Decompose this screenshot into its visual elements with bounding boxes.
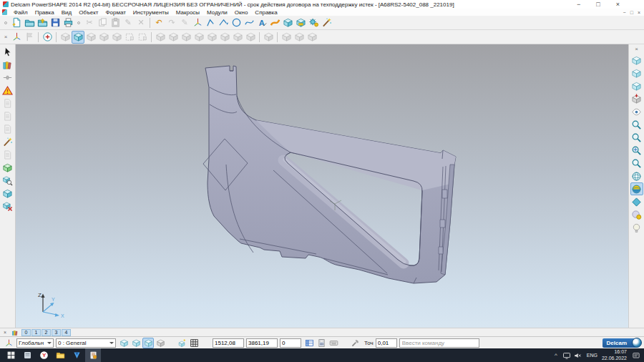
surface[interactable] xyxy=(268,16,281,29)
language-indicator[interactable]: ENG xyxy=(587,353,597,358)
snap-grid[interactable] xyxy=(188,338,200,348)
level-button[interactable]: 2 xyxy=(42,329,51,336)
solid-hollow[interactable] xyxy=(218,31,231,44)
select-tool[interactable] xyxy=(1,45,14,58)
solid-sew[interactable] xyxy=(306,31,318,44)
iso-view-1[interactable] xyxy=(630,54,643,67)
child-close-button[interactable]: × xyxy=(638,10,640,15)
solid-chamfer[interactable] xyxy=(205,31,218,44)
solid-union[interactable] xyxy=(154,31,167,44)
tray-expand-button[interactable]: ^ xyxy=(555,352,557,358)
menu-item[interactable]: Окно xyxy=(231,9,252,16)
solid-boss[interactable] xyxy=(231,31,244,44)
paste[interactable] xyxy=(109,16,122,29)
level-button[interactable]: 0 xyxy=(21,329,31,336)
add-primitive[interactable] xyxy=(41,31,54,44)
surface-revolve[interactable] xyxy=(97,31,110,44)
viewport-canvas[interactable]: Z Y X xyxy=(16,44,628,328)
level-button[interactable]: 4 xyxy=(62,329,71,336)
zoom-box[interactable] xyxy=(630,157,643,170)
model-fixing[interactable] xyxy=(1,84,14,97)
level-button[interactable]: 3 xyxy=(52,329,61,336)
surface-from-curves[interactable] xyxy=(72,31,84,44)
close-levels-button[interactable]: × xyxy=(2,330,8,335)
levels[interactable] xyxy=(10,328,19,336)
workplane-new[interactable] xyxy=(130,338,142,348)
transparent-view[interactable] xyxy=(630,221,643,234)
annotation[interactable] xyxy=(255,16,268,29)
volume-muted-icon[interactable] xyxy=(572,351,582,361)
maximize-button[interactable]: □ xyxy=(596,1,600,8)
zoom-full[interactable] xyxy=(630,144,643,157)
command-input[interactable] xyxy=(399,338,479,348)
menu-item[interactable]: Файл xyxy=(10,9,31,16)
minimize-button[interactable]: − xyxy=(577,1,580,8)
network-icon[interactable] xyxy=(562,351,572,361)
start-button[interactable] xyxy=(3,348,19,362)
menu-item[interactable]: Макросы xyxy=(172,9,203,16)
iso-view-2[interactable] xyxy=(630,67,643,79)
tool-options[interactable] xyxy=(349,338,361,348)
assembly[interactable] xyxy=(307,16,320,29)
flag[interactable] xyxy=(23,31,36,44)
close-button[interactable]: × xyxy=(616,1,620,8)
view-from-top[interactable] xyxy=(630,92,643,105)
child-restore-button[interactable]: □ xyxy=(630,10,633,15)
taskbar-app-1[interactable] xyxy=(19,348,35,362)
menu-item[interactable]: Формат xyxy=(102,9,129,16)
blend-slider[interactable] xyxy=(1,71,14,84)
menu-item[interactable]: Вид xyxy=(58,9,75,16)
surface-extrude[interactable] xyxy=(84,31,97,44)
rebuild-object[interactable] xyxy=(1,161,14,174)
line[interactable] xyxy=(204,16,217,29)
taskbar-powershape[interactable] xyxy=(85,348,101,362)
solid-trim[interactable] xyxy=(293,31,306,44)
solid-intersect[interactable] xyxy=(180,31,192,44)
surface-fill-loop[interactable] xyxy=(123,31,136,44)
workplane-axes[interactable] xyxy=(3,338,14,348)
menu-item[interactable]: Правка xyxy=(31,9,58,16)
solid[interactable] xyxy=(281,16,294,29)
coordinate-y-field[interactable] xyxy=(246,338,278,348)
copy[interactable] xyxy=(96,16,109,29)
cut[interactable]: ✂ xyxy=(83,16,96,29)
workplane-edit[interactable] xyxy=(10,31,23,44)
undo[interactable]: ↶ xyxy=(152,16,165,29)
position-panel[interactable] xyxy=(303,338,315,348)
workplane-active[interactable] xyxy=(142,338,154,348)
open-model[interactable] xyxy=(23,16,36,29)
menu-item[interactable]: Инструменты xyxy=(130,9,172,16)
zoom-previous[interactable] xyxy=(630,131,643,144)
taskbar-clock[interactable]: 16:07 22.06.2022 xyxy=(602,349,627,361)
sculpt-tool[interactable] xyxy=(1,135,14,148)
taskbar-file-explorer[interactable] xyxy=(52,348,68,362)
inspect-object[interactable] xyxy=(1,174,14,187)
wireframe-view[interactable] xyxy=(630,170,643,182)
menu-item[interactable]: Модули xyxy=(203,9,231,16)
close-toolbar[interactable]: × xyxy=(1,33,10,41)
zoom-in-out[interactable] xyxy=(630,118,643,131)
redo[interactable]: ↷ xyxy=(165,16,178,29)
print[interactable] xyxy=(62,16,74,29)
taskbar-app-2[interactable] xyxy=(69,348,84,362)
child-minimize-button[interactable]: − xyxy=(623,10,626,15)
solid-array[interactable] xyxy=(262,31,275,44)
circle[interactable] xyxy=(230,16,243,29)
curve[interactable] xyxy=(243,16,255,29)
surface-fill-network[interactable] xyxy=(136,31,149,44)
feature[interactable] xyxy=(294,16,307,29)
model-doctor[interactable] xyxy=(1,200,14,212)
levels-manager[interactable] xyxy=(1,58,14,71)
model-analysis[interactable] xyxy=(1,187,14,200)
solid-pocket[interactable] xyxy=(244,31,257,44)
paper-stack[interactable] xyxy=(1,148,14,161)
dynamic-view[interactable] xyxy=(630,105,643,118)
save[interactable] xyxy=(49,16,62,29)
notifications-icon[interactable] xyxy=(631,351,641,361)
taskbar-yandex-browser[interactable] xyxy=(36,348,52,362)
arc[interactable] xyxy=(217,16,230,29)
stitch-object[interactable] xyxy=(1,122,14,135)
iso-view-3[interactable] xyxy=(630,79,643,92)
workplane-single[interactable] xyxy=(155,338,166,348)
shaded-wireframe-view[interactable] xyxy=(630,208,643,221)
